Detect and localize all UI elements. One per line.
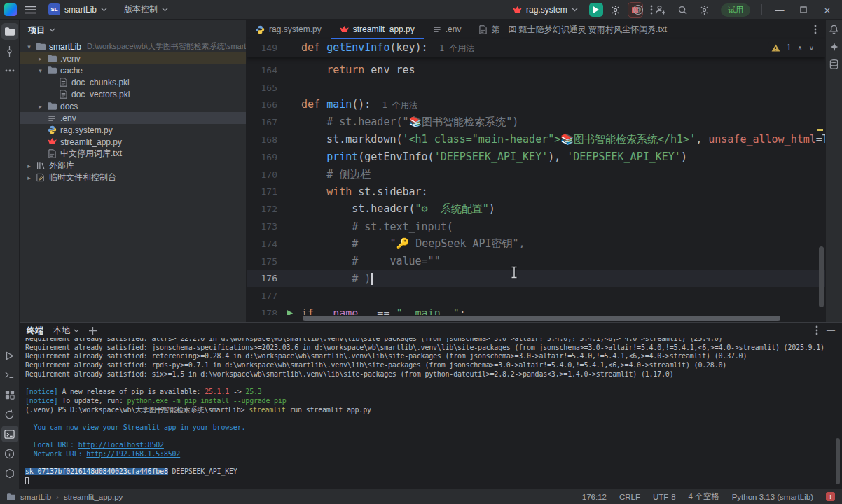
tree-item-cache[interactable]: ▾cache xyxy=(20,64,246,76)
breadcrumb-file[interactable]: streamlit_app.py xyxy=(64,493,123,501)
trial-badge[interactable]: 试用 xyxy=(721,4,750,17)
problems-tool-icon[interactable] xyxy=(1,445,18,462)
code-line-176[interactable]: 176 # ) xyxy=(247,270,825,288)
code-line-173[interactable]: 173 # st.text_input( xyxy=(247,218,825,235)
add-user-icon[interactable] xyxy=(655,4,666,15)
caret-position[interactable]: 176:12 xyxy=(582,493,607,501)
run-gear-icon[interactable] xyxy=(610,5,621,15)
line-separator[interactable]: CRLF xyxy=(619,493,640,501)
code-line-165[interactable]: 165 xyxy=(247,79,825,97)
inspections-widget[interactable]: 1 ∧ ∨ xyxy=(768,41,817,54)
tree-item-streamlit_app.py[interactable]: streamlit_app.py xyxy=(20,136,246,148)
tree-item-doc_vectors.pkl[interactable]: doc_vectors.pkl xyxy=(20,88,246,100)
tree-chevron-icon[interactable]: ▸ xyxy=(24,162,34,169)
account-icon[interactable]: @ xyxy=(633,4,644,15)
minimize-button[interactable]: — xyxy=(773,5,786,15)
line-number[interactable]: 170 xyxy=(247,169,277,180)
next-problem-icon[interactable]: ∨ xyxy=(809,44,814,52)
tab-第一回 甄士隐梦幻识通灵 贾雨村风尘怀闺秀.txt[interactable]: 第一回 甄士隐梦幻识通灵 贾雨村风尘怀闺秀.txt xyxy=(470,20,676,39)
project-panel-header[interactable]: 项目 xyxy=(20,20,246,41)
file-encoding[interactable]: UTF-8 xyxy=(653,493,676,501)
code-line-171[interactable]: 171 with st.sidebar: xyxy=(247,183,825,201)
run-gutter-icon[interactable] xyxy=(277,309,301,315)
tree-item-外部库[interactable]: ▸外部库 xyxy=(20,160,246,172)
more-tools-icon[interactable] xyxy=(1,62,18,79)
terminal-output[interactable]: Requirement already satisfied: attrs>=22… xyxy=(25,338,831,487)
code-line-172[interactable]: 172 st.header("⚙ 系统配置") xyxy=(247,200,825,218)
ai-assistant-icon[interactable] xyxy=(829,42,839,52)
hide-terminal-icon[interactable]: — xyxy=(827,326,835,335)
project-tool-icon[interactable] xyxy=(1,23,18,40)
line-number[interactable]: 172 xyxy=(247,204,277,214)
tabs-more-icon[interactable] xyxy=(814,24,817,34)
code-line-174[interactable]: 174 # "🔑 DeepSeek API密钥", xyxy=(247,235,825,253)
code-line-169[interactable]: 169 print(getEnvInfo('DEEPSEEK_API_KEY')… xyxy=(247,148,825,166)
error-notification-icon[interactable]: ! xyxy=(826,492,835,501)
warning-stripe-mark[interactable] xyxy=(817,129,823,131)
tree-item-doc_chunks.pkl[interactable]: doc_chunks.pkl xyxy=(20,76,246,88)
close-button[interactable]: × xyxy=(821,4,834,16)
tree-chevron-icon[interactable]: ▸ xyxy=(35,103,46,110)
line-number[interactable]: 164 xyxy=(247,65,277,76)
commit-tool-icon[interactable] xyxy=(1,43,18,59)
python-interpreter[interactable]: Python 3.13 (smartLib) xyxy=(732,493,813,501)
line-number[interactable]: 174 xyxy=(247,239,277,249)
tree-item-中文停用词库.txt[interactable]: 中文停用词库.txt xyxy=(20,148,246,160)
line-number[interactable]: 173 xyxy=(247,221,277,232)
search-icon[interactable] xyxy=(677,5,688,15)
line-number[interactable]: 166 xyxy=(247,99,277,110)
sync-tool-icon[interactable] xyxy=(1,406,18,423)
breadcrumb-project[interactable]: smartLib xyxy=(20,493,51,501)
project-widget[interactable]: SL smartLib xyxy=(44,1,111,18)
code-line-164[interactable]: 164 return env_res xyxy=(247,62,825,79)
tree-item-.env[interactable]: .env xyxy=(20,112,246,124)
terminal-tool-icon[interactable] xyxy=(1,426,18,442)
prev-problem-icon[interactable]: ∧ xyxy=(797,44,802,52)
line-number[interactable]: 171 xyxy=(247,186,277,197)
vcs-widget[interactable]: 版本控制 xyxy=(120,1,172,18)
line-number[interactable]: 167 xyxy=(247,117,277,127)
new-terminal-icon[interactable] xyxy=(89,327,97,335)
python-console-tool-icon[interactable] xyxy=(1,367,18,384)
python-packages-tool-icon[interactable] xyxy=(1,386,18,403)
code-line-175[interactable]: 175 # value="" xyxy=(247,253,825,270)
tab-streamlit_app.py[interactable]: streamlit_app.py xyxy=(331,20,424,39)
run-config-selector[interactable]: rag.system xyxy=(509,3,582,17)
services-tool-icon[interactable] xyxy=(1,465,18,482)
terminal-tab-local[interactable]: 本地 xyxy=(53,325,79,337)
line-number[interactable]: 176 xyxy=(247,273,277,284)
tree-item-docs[interactable]: ▸docs xyxy=(20,100,246,112)
line-number[interactable]: 177 xyxy=(247,290,277,301)
code-line-177[interactable]: 177 xyxy=(247,287,825,304)
indent-setting[interactable]: 4 个空格 xyxy=(689,491,719,502)
tab-rag.system.py[interactable]: rag.system.py xyxy=(247,20,331,39)
main-menu-icon[interactable] xyxy=(25,6,36,14)
line-number[interactable]: 175 xyxy=(247,256,277,267)
tree-chevron-icon[interactable]: ▾ xyxy=(35,67,46,74)
terminal-options-icon[interactable] xyxy=(815,326,818,335)
code-line-167[interactable]: 167 # st.header("📚图书智能检索系统") xyxy=(247,113,825,131)
tree-chevron-icon[interactable]: ▸ xyxy=(35,55,46,62)
run-button[interactable] xyxy=(589,3,603,17)
code-line-178[interactable]: 178if __name__ == "__main__": xyxy=(247,304,825,315)
tree-chevron-icon[interactable]: ▸ xyxy=(24,174,34,181)
tree-item-rag.system.py[interactable]: rag.system.py xyxy=(20,124,246,136)
code-area[interactable]: 164 return env_res165166def main(): 1 个用… xyxy=(247,57,825,315)
tree-item-.venv[interactable]: ▸.venv xyxy=(20,52,246,64)
line-number[interactable]: 169 xyxy=(247,152,277,162)
code-line-149[interactable]: 149def getEnvInfo(key): 1 个用法 xyxy=(247,39,825,57)
tree-item-smartLib[interactable]: ▾smartLibD:\workspace\wb\大学图书智能检索系统\smar… xyxy=(20,41,246,52)
horizontal-scrollbar[interactable] xyxy=(303,316,800,321)
line-number[interactable]: 168 xyxy=(247,134,277,145)
tab-.env[interactable]: .env xyxy=(424,20,471,39)
code-line-170[interactable]: 170 # 侧边栏 xyxy=(247,166,825,183)
run-tool-icon[interactable] xyxy=(1,347,18,364)
tree-item-临时文件和控制台[interactable]: ▸临时文件和控制台 xyxy=(20,172,246,183)
database-tool-icon[interactable] xyxy=(829,59,839,70)
line-number[interactable]: 165 xyxy=(247,83,277,93)
settings-gear-icon[interactable] xyxy=(699,5,710,15)
vertical-scrollbar[interactable] xyxy=(819,59,824,312)
line-number[interactable]: 178 xyxy=(247,308,277,315)
terminal-scrollbar[interactable] xyxy=(836,438,840,484)
notifications-bell-icon[interactable] xyxy=(829,24,839,35)
